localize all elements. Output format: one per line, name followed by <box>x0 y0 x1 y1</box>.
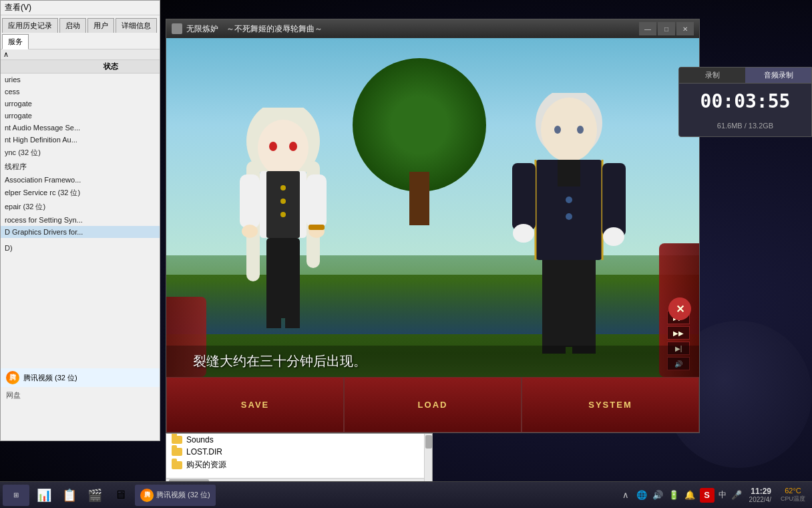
taskbar-app-clipboard[interactable]: 📋 <box>57 484 81 507</box>
list-item[interactable]: uries <box>1 74 160 86</box>
tab-audio-record[interactable]: 音频录制 <box>745 68 811 83</box>
cpu-temp-area: 62°C CPU温度 <box>781 487 805 503</box>
game-title-icon <box>172 23 182 34</box>
file-explorer-panel: Sounds LOST.DIR 购买的资源 <box>166 433 433 487</box>
maximize-button[interactable]: □ <box>658 22 675 35</box>
game-titlebar[interactable]: 无限炼妒 ～不死舞姬的凌辱轮舞曲～ — □ ✕ <box>166 19 699 38</box>
sohu-icon[interactable]: S <box>700 488 715 503</box>
expand-tray-icon[interactable]: ∧ <box>620 489 632 501</box>
vertical-scrollbar[interactable] <box>424 434 432 486</box>
list-item[interactable]: cess <box>1 86 160 98</box>
svg-rect-11 <box>240 174 260 228</box>
svg-rect-29 <box>512 163 536 230</box>
clock-area[interactable]: 11:29 2022/4/ <box>749 487 771 503</box>
subtitle-bar: 裂缝大约在三十分钟后出现。 <box>166 346 699 377</box>
save-button[interactable]: SAVE <box>166 377 344 432</box>
game-title: 无限炼妒 ～不死舞姬的凌辱轮舞曲～ <box>186 23 639 35</box>
svg-point-32 <box>603 227 624 246</box>
tab-record[interactable]: 录制 <box>679 68 745 83</box>
volume-icon[interactable]: 🔊 <box>652 489 664 501</box>
list-item[interactable]: elper Service rc (32 位) <box>1 186 160 200</box>
tab-users[interactable]: 用户 <box>87 18 114 33</box>
recording-timer: 00:03:55 <box>679 84 811 119</box>
tab-startup[interactable]: 启动 <box>59 18 86 33</box>
game-scene: ✕ ▶▶ ▶▶ ▶| 🔊 裂缝大约在三十分钟后出现。 SAVE LOAD SYS… <box>166 38 699 432</box>
svg-rect-7 <box>266 171 300 238</box>
file-row-sounds[interactable]: Sounds <box>166 434 432 446</box>
file-name: LOST.DIR <box>186 447 222 457</box>
svg-point-31 <box>513 224 534 243</box>
list-item[interactable]: nt Audio Message Se... <box>1 122 160 134</box>
list-item[interactable]: urrogate <box>1 110 160 122</box>
table-header: 状态 <box>1 60 160 74</box>
tencent-label: 腾讯视频 (32 位) <box>23 373 77 383</box>
list-item[interactable]: nt High Definition Au... <box>1 134 160 146</box>
system-button[interactable]: SYSTEM <box>522 377 699 432</box>
folder-icon <box>172 461 182 469</box>
taskbar-app-chart[interactable]: 📊 <box>32 484 56 507</box>
svg-rect-26 <box>558 160 580 186</box>
cpu-temp-label: CPU温度 <box>781 495 805 503</box>
game-window: 无限炼妒 ～不死舞姬的凌辱轮舞曲～ — □ ✕ <box>166 19 700 433</box>
svg-rect-34 <box>542 293 566 354</box>
close-button[interactable]: ✕ <box>676 22 694 35</box>
notification-icon[interactable]: 🔔 <box>684 489 696 501</box>
tab-details[interactable]: 详细信息 <box>116 18 157 33</box>
game-bottom-bar: SAVE LOAD SYSTEM <box>166 377 699 432</box>
list-item-highlighted[interactable]: D Graphics Drivers for... <box>1 226 160 238</box>
tencent-video-taskbar-item[interactable]: 腾 腾讯视频 (32 位) <box>135 485 216 506</box>
tab-app-history[interactable]: 应用历史记录 <box>2 18 58 33</box>
tencent-entry[interactable]: 腾 腾讯视频 (32 位) <box>1 368 160 387</box>
list-item[interactable]: D) <box>1 242 160 254</box>
window-controls: — □ ✕ <box>639 22 694 35</box>
subtitle-text: 裂缝大约在三十分钟后出现。 <box>193 352 672 370</box>
file-name: Sounds <box>186 435 214 444</box>
scroll-thumb[interactable] <box>425 435 432 449</box>
cpu-temp-value: 62°C <box>785 487 801 495</box>
network-icon[interactable]: 🌐 <box>636 489 648 501</box>
svg-point-9 <box>280 199 286 204</box>
female-character-svg <box>220 108 347 355</box>
svg-point-27 <box>566 197 572 203</box>
start-button[interactable]: ⊞ <box>3 485 29 506</box>
list-item[interactable]: ync (32 位) <box>1 146 160 160</box>
microphone-icon[interactable]: 🎤 <box>731 489 743 501</box>
ctrl-btn-2[interactable]: ▶▶ <box>667 326 690 340</box>
svg-rect-30 <box>602 163 626 237</box>
taskbar-apps: 📊 📋 🎬 🖥 <box>32 484 132 507</box>
tencent-taskbar-icon: 腾 <box>140 489 154 502</box>
svg-point-22 <box>577 126 584 134</box>
menu-view[interactable]: 查看(V) <box>5 2 31 13</box>
battery-icon[interactable]: 🔋 <box>668 489 680 501</box>
taskbar-app-monitor[interactable]: 🖥 <box>108 484 132 507</box>
file-name: 购买的资源 <box>186 459 226 471</box>
list-item[interactable]: urrogate <box>1 98 160 110</box>
task-manager-tabs: 应用历史记录 启动 用户 详细信息 服务 <box>1 15 160 49</box>
collapse-bar[interactable]: ∧ <box>1 49 160 60</box>
tencent-label-taskbar: 腾讯视频 (32 位) <box>156 490 210 500</box>
file-row-lostdir[interactable]: LOST.DIR <box>166 446 432 458</box>
netdisk-label: 网盘 <box>1 389 160 402</box>
list-item[interactable]: 线程序 <box>1 160 160 174</box>
game-content[interactable]: ✕ ▶▶ ▶▶ ▶| 🔊 裂缝大约在三十分钟后出现。 SAVE LOAD SYS… <box>166 38 699 432</box>
list-item[interactable]: rocess for Setting Syn... <box>1 214 160 226</box>
svg-rect-12 <box>307 174 327 228</box>
svg-rect-17 <box>266 275 281 328</box>
recording-info: 61.6MB / 13.2GB <box>679 119 811 136</box>
minimize-button[interactable]: — <box>639 22 656 35</box>
list-item[interactable]: epair (32 位) <box>1 200 160 214</box>
load-button[interactable]: LOAD <box>344 377 522 432</box>
chinese-input-icon[interactable]: 中 <box>719 489 727 501</box>
clock-date: 2022/4/ <box>749 496 771 503</box>
recording-tabs: 录制 音频录制 <box>679 68 811 84</box>
svg-point-4 <box>269 142 277 151</box>
col-status: 状态 <box>104 61 157 72</box>
svg-point-28 <box>566 213 572 220</box>
taskbar-app-video[interactable]: 🎬 <box>83 484 107 507</box>
file-row-bought[interactable]: 购买的资源 <box>166 458 432 472</box>
scene-tree <box>353 58 486 225</box>
taskbar: ⊞ 📊 📋 🎬 🖥 腾 腾讯视频 (32 位) ∧ 🌐 🔊 🔋 🔔 S 中 🎤 … <box>0 481 812 508</box>
list-item[interactable]: Association Framewo... <box>1 174 160 186</box>
tab-services[interactable]: 服务 <box>2 34 29 49</box>
tree-trunk <box>409 172 429 225</box>
